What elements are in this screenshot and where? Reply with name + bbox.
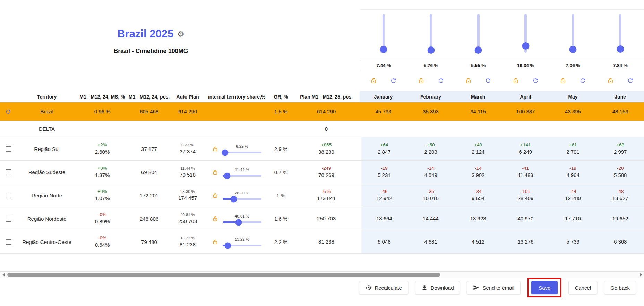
month-slider-thumb[interactable] [569, 46, 577, 53]
month-slider[interactable] [572, 14, 574, 53]
share-slider-track[interactable] [223, 198, 261, 200]
month-cell: -20 5 508 [596, 161, 644, 184]
share-slider-thumb[interactable] [222, 149, 228, 156]
table-row: Região Sudeste +0% 1.37% 69 804 11.44 % … [0, 161, 644, 184]
month-slider[interactable] [383, 14, 385, 53]
gr-value: 2.9 % [269, 146, 293, 152]
lock-icon[interactable] [212, 146, 218, 152]
ms-value: 0.96 % [77, 109, 128, 114]
refresh-icon[interactable] [627, 77, 634, 84]
row-refresh-icon[interactable] [5, 109, 11, 115]
month-slider[interactable] [619, 14, 621, 53]
table-row: Região Sul +2% 2.60% 37 177 6.22 % 37 37… [0, 137, 644, 161]
gear-icon[interactable]: ⚙ [177, 30, 184, 38]
row-checkbox[interactable] [6, 169, 11, 175]
month-cell: 13 923 [454, 207, 502, 230]
territory-name: Região Centro-Oeste [17, 239, 77, 245]
month-slider-thumb[interactable] [380, 46, 387, 53]
month-value: 12 280 [565, 195, 581, 202]
pcs-value: 79 480 [128, 239, 171, 245]
plan-delta: -249 [321, 165, 331, 171]
month-cell: +61 2 701 [549, 137, 597, 160]
share-slider-track[interactable] [223, 245, 261, 246]
lock-icon[interactable] [370, 77, 377, 84]
pcs-value: 172 201 [128, 193, 171, 198]
share-slider-thumb[interactable] [235, 219, 242, 226]
month-slider-thumb[interactable] [617, 45, 624, 53]
ms-value: 1.37% [95, 172, 110, 179]
save-button[interactable]: Save [531, 281, 558, 294]
gr-value: 1.6 % [269, 216, 293, 222]
month-slider-thumb[interactable] [427, 46, 435, 54]
month-delta: +48 [474, 142, 482, 148]
month-slider-thumb[interactable] [522, 42, 529, 50]
lock-icon[interactable] [212, 193, 218, 198]
month-slider[interactable] [524, 14, 527, 53]
table-row: Região Norte +0% 1.07% 172 201 28.30 % 1… [0, 184, 644, 207]
month-value: 18 664 [376, 215, 392, 222]
month-cell: -34 9 654 [454, 184, 502, 207]
refresh-icon[interactable] [532, 77, 539, 84]
page-title: Brazil 2025 [117, 28, 173, 40]
lock-icon[interactable] [607, 77, 614, 84]
share-slider-value: 40.81 % [223, 214, 261, 218]
pcs-value: 69 804 [128, 169, 171, 175]
lock-icon[interactable] [212, 169, 218, 175]
month-delta: -19 [381, 165, 388, 171]
month-value: 13 923 [470, 215, 486, 222]
month-cell: -14 4 049 [407, 161, 455, 184]
row-checkbox[interactable] [6, 193, 11, 198]
share-slider-track[interactable] [223, 152, 261, 153]
save-highlight-box: Save [527, 278, 561, 297]
send-to-email-button[interactable]: Send to email [467, 281, 521, 294]
lock-icon[interactable] [560, 77, 566, 84]
share-slider-track[interactable] [223, 175, 261, 177]
month-slider[interactable] [477, 14, 480, 53]
share-slider-track[interactable] [223, 221, 261, 223]
scrollbar-thumb[interactable] [7, 273, 440, 277]
month-delta: -14 [427, 165, 434, 171]
month-value: 28 409 [517, 195, 533, 202]
cancel-button[interactable]: Cancel [568, 281, 597, 294]
plan-value: 38 239 [318, 148, 334, 155]
share-slider-value: 13.22 % [223, 237, 261, 241]
month-value: 40 970 [517, 215, 533, 222]
month-delta: +141 [520, 142, 531, 148]
go-back-button[interactable]: Go back [604, 281, 636, 294]
auto-plan-value: 70 518 [180, 171, 196, 178]
scroll-right-arrow[interactable] [640, 273, 642, 277]
month-value: 2 701 [566, 148, 579, 155]
share-slider: 13.22 % [223, 237, 261, 246]
plan-value: 173 841 [317, 195, 336, 202]
month-delta: +61 [569, 142, 577, 148]
territory-name: Região Norte [17, 193, 77, 198]
horizontal-scrollbar[interactable] [0, 271, 644, 278]
recalculate-button[interactable]: Recalculate [359, 281, 408, 294]
download-icon [421, 284, 428, 291]
row-checkbox[interactable] [6, 216, 11, 222]
refresh-icon[interactable] [579, 77, 586, 84]
download-button[interactable]: Download [415, 281, 460, 294]
refresh-icon[interactable] [438, 77, 444, 84]
share-slider-thumb[interactable] [230, 196, 237, 202]
ms-value: 0.64% [95, 241, 110, 248]
lock-icon[interactable] [513, 77, 519, 84]
share-slider-thumb[interactable] [224, 172, 230, 179]
lock-icon[interactable] [212, 239, 218, 245]
lock-icon[interactable] [465, 77, 472, 84]
month-cell: -101 28 409 [502, 184, 549, 207]
month-slider[interactable] [430, 14, 432, 53]
refresh-icon[interactable] [390, 77, 397, 84]
month-cell: -19 5 231 [360, 161, 407, 184]
month-slider-thumb[interactable] [475, 46, 482, 54]
lock-icon[interactable] [418, 77, 424, 84]
share-slider-thumb[interactable] [224, 242, 231, 249]
refresh-icon[interactable] [485, 77, 491, 84]
lock-icon[interactable] [212, 216, 218, 222]
share-slider-value: 6.22 % [223, 144, 261, 148]
col-ms: M1 - M12, 24, MS, % [77, 94, 128, 100]
row-checkbox[interactable] [6, 146, 11, 152]
scroll-left-arrow[interactable] [2, 273, 5, 277]
month-value: 6 368 [614, 238, 627, 245]
row-checkbox[interactable] [6, 239, 11, 245]
